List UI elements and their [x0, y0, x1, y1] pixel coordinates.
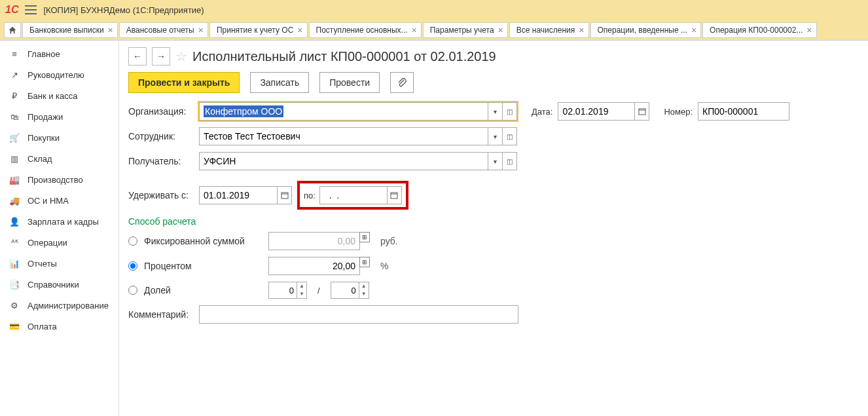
sidebar-item-label: Склад [27, 154, 52, 164]
close-icon[interactable]: × [108, 26, 113, 35]
comment-input[interactable] [199, 305, 518, 324]
sidebar-item-sales[interactable]: 🛍Продажи [0, 106, 118, 127]
home-button[interactable] [4, 22, 21, 38]
sidebar-item-label: Покупки [27, 133, 60, 143]
dropdown-button[interactable]: ▾ [488, 127, 503, 145]
chart-bar-icon: 📊 [9, 258, 20, 269]
share-d-input[interactable] [331, 282, 359, 299]
org-value: Конфетпром ООО [204, 105, 283, 117]
tab[interactable]: Все начисления× [509, 22, 589, 38]
date-field[interactable] [558, 102, 649, 121]
sidebar-item-label: Продажи [27, 112, 63, 122]
share-n-input[interactable] [268, 282, 297, 299]
tab-label: Поступление основных... [316, 26, 408, 35]
share-denominator[interactable]: ▲▼ [331, 282, 369, 299]
withhold-label: Удерживать с: [128, 190, 194, 200]
button-label: Записать [260, 77, 299, 88]
tab[interactable]: Принятие к учету ОС× [209, 22, 308, 38]
post-and-close-button[interactable]: Провести и закрыть [128, 72, 240, 93]
forward-button[interactable]: → [152, 47, 170, 66]
attach-button[interactable] [390, 72, 414, 93]
recv-field[interactable]: ▾ ◫ [199, 152, 517, 170]
radio-share-label: Долей [144, 285, 262, 295]
close-icon[interactable]: × [297, 26, 302, 35]
cart-icon: 🛒 [9, 132, 20, 143]
calendar-button[interactable] [388, 186, 402, 204]
button-label: Провести и закрыть [138, 77, 230, 88]
radio-share[interactable] [128, 286, 137, 295]
down-arrow-icon[interactable]: ▼ [359, 290, 369, 298]
close-icon[interactable]: × [806, 26, 812, 35]
sidebar-item-reports[interactable]: 📊Отчеты [0, 253, 118, 274]
calendar-button[interactable] [278, 186, 292, 204]
svg-rect-2 [281, 193, 288, 199]
star-icon[interactable]: ☆ [175, 48, 187, 64]
sidebar-item-label: Банк и касса [27, 91, 78, 101]
save-button[interactable]: Записать [250, 72, 309, 93]
date-to-input[interactable] [319, 186, 388, 204]
emp-input[interactable] [199, 127, 488, 145]
tab[interactable]: Банковские выписки× [22, 22, 118, 38]
close-icon[interactable]: × [691, 26, 696, 35]
sidebar-item-admin[interactable]: ⚙Администрирование [0, 295, 118, 316]
close-icon[interactable]: × [498, 26, 503, 35]
person-icon: 👤 [9, 216, 20, 227]
share-numerator[interactable]: ▲▼ [268, 282, 307, 299]
open-button[interactable]: ◫ [503, 127, 517, 145]
titlebar: 1C [КОПИЯ] БУХНЯДемо (1С:Предприятие) [0, 0, 868, 20]
radio-fixed[interactable] [128, 236, 137, 246]
org-field[interactable]: Конфетпром ООО ▾ ◫ [199, 102, 517, 121]
tab-label: Банковские выписки [29, 26, 104, 35]
slash-label: / [317, 286, 320, 295]
sidebar-item-operations[interactable]: ᴬᴷОперации [0, 232, 118, 253]
tab[interactable]: Параметры учета× [423, 22, 508, 38]
sidebar-item-purchases[interactable]: 🛒Покупки [0, 127, 118, 148]
percent-amount-input[interactable] [268, 257, 360, 275]
date-input[interactable] [558, 102, 635, 121]
date-from-field[interactable] [199, 186, 292, 204]
sidebar-item-production[interactable]: 🏭Производство [0, 169, 118, 190]
truck-icon: 🚚 [9, 195, 20, 206]
sidebar-item-directories[interactable]: 📑Справочники [0, 274, 118, 295]
menu-icon[interactable] [25, 5, 37, 14]
up-arrow-icon[interactable]: ▲ [359, 282, 369, 290]
dropdown-button[interactable]: ▾ [488, 102, 503, 121]
tab[interactable]: Операции, введенные ...× [590, 22, 702, 38]
date-to-field[interactable] [319, 186, 402, 204]
open-button[interactable]: ◫ [503, 102, 517, 121]
down-arrow-icon[interactable]: ▼ [297, 290, 306, 298]
tab[interactable]: Поступление основных...× [309, 22, 422, 38]
dropdown-button[interactable]: ▾ [488, 152, 503, 170]
sidebar-item-main[interactable]: ≡Главное [0, 43, 118, 64]
recv-input[interactable] [199, 152, 488, 170]
tab-label: Авансовые отчеты [126, 26, 194, 35]
tab[interactable]: Авансовые отчеты× [119, 22, 208, 38]
radio-percent[interactable] [128, 261, 137, 271]
calendar-button[interactable] [635, 102, 649, 121]
sidebar-item-label: Производство [27, 175, 83, 185]
sidebar-item-salary[interactable]: 👤Зарплата и кадры [0, 211, 118, 232]
sidebar: ≡Главное ↗Руководителю ₽Банк и касса 🛍Пр… [0, 41, 119, 416]
tab[interactable]: Операция КП00-000002...× [702, 22, 816, 38]
number-input[interactable] [698, 102, 789, 121]
calculator-icon[interactable]: ⊞ [359, 257, 370, 267]
sidebar-item-manager[interactable]: ↗Руководителю [0, 64, 118, 85]
radio-fixed-label: Фиксированной суммой [144, 236, 262, 246]
close-icon[interactable]: × [579, 26, 584, 35]
sidebar-item-label: Главное [27, 49, 60, 59]
open-button[interactable]: ◫ [503, 152, 517, 170]
sidebar-item-assets[interactable]: 🚚ОС и НМА [0, 190, 118, 211]
sidebar-item-bank[interactable]: ₽Банк и касса [0, 85, 118, 106]
ruble-icon: ₽ [9, 90, 20, 101]
sidebar-item-payment[interactable]: 💳Оплата [0, 316, 118, 337]
fixed-amount-input[interactable] [268, 232, 360, 250]
close-icon[interactable]: × [412, 26, 417, 35]
emp-field[interactable]: ▾ ◫ [199, 127, 517, 145]
post-button[interactable]: Провести [319, 72, 380, 93]
close-icon[interactable]: × [198, 26, 204, 35]
date-from-input[interactable] [199, 186, 278, 204]
calculator-icon[interactable]: ⊞ [359, 232, 370, 242]
sidebar-item-warehouse[interactable]: ▥Склад [0, 148, 118, 169]
up-arrow-icon[interactable]: ▲ [297, 282, 306, 290]
back-button[interactable]: ← [128, 47, 147, 66]
